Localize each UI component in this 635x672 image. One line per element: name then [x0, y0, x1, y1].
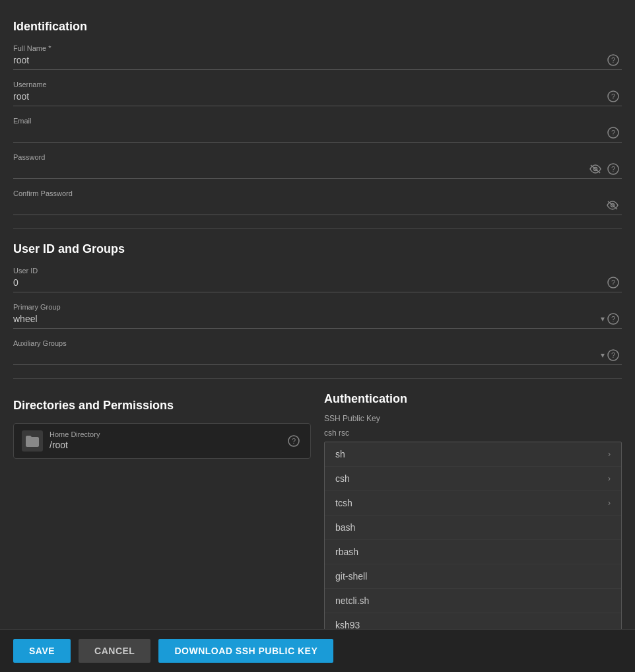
- shell-option-sh[interactable]: sh›: [325, 442, 621, 467]
- svg-text:?: ?: [611, 165, 615, 173]
- shell-option-rbash[interactable]: rbash: [325, 540, 621, 564]
- password-eye-icon[interactable]: [586, 164, 605, 174]
- download-ssh-key-button[interactable]: DOWNLOAD SSH PUBLIC KEY: [158, 639, 333, 663]
- authentication-title: Authentication: [324, 392, 622, 406]
- password-input[interactable]: [13, 162, 586, 176]
- shell-option-tcsh[interactable]: tcsh›: [325, 491, 621, 516]
- user-id-groups-section: User ID and Groups User ID ? Primary Gro…: [13, 242, 622, 365]
- auxiliary-groups-field: Auxiliary Groups ▾ ?: [13, 339, 622, 365]
- primary-group-field: Primary Group ▾ ?: [13, 303, 622, 329]
- action-bar: SAVE CANCEL DOWNLOAD SSH PUBLIC KEY: [0, 629, 635, 672]
- full-name-row: ?: [13, 53, 622, 70]
- primary-group-input[interactable]: [13, 312, 601, 325]
- password-row: ?: [13, 162, 622, 179]
- divider-2: [13, 378, 622, 379]
- identification-section: Identification Full Name * ? Username: [13, 20, 622, 215]
- ssh-public-key-label: SSH Public Key: [324, 414, 622, 423]
- svg-text:?: ?: [611, 92, 615, 100]
- user-id-label: User ID: [13, 267, 622, 275]
- email-help-icon[interactable]: ?: [605, 127, 622, 139]
- primary-group-label: Primary Group: [13, 303, 622, 311]
- username-field: Username ?: [13, 81, 622, 106]
- auxiliary-groups-input[interactable]: [13, 349, 601, 362]
- primary-group-help-icon[interactable]: ?: [605, 313, 622, 325]
- shell-option-git-shell[interactable]: git-shell: [325, 564, 621, 589]
- password-help-icon[interactable]: ?: [605, 163, 622, 175]
- shell-arrow-icon: ›: [608, 450, 611, 459]
- full-name-help-icon[interactable]: ?: [605, 54, 622, 66]
- home-directory-box: Home Directory ?: [13, 423, 311, 459]
- auxiliary-groups-label: Auxiliary Groups: [13, 339, 622, 347]
- folder-icon: [22, 430, 43, 452]
- svg-text:?: ?: [611, 315, 615, 323]
- user-id-field: User ID ?: [13, 267, 622, 292]
- user-id-help-icon[interactable]: ?: [605, 277, 622, 288]
- ssh-key-value: csh rsc: [324, 427, 622, 439]
- shell-arrow-icon: ›: [608, 474, 611, 483]
- auxiliary-groups-help-icon[interactable]: ?: [605, 349, 622, 361]
- shell-option-bash[interactable]: bash: [325, 516, 621, 540]
- shell-option-label: tcsh: [335, 498, 352, 508]
- page-container: Identification Full Name * ? Username: [0, 0, 635, 672]
- password-field: Password ?: [13, 153, 622, 179]
- identification-title: Identification: [13, 20, 622, 34]
- shell-option-label: bash: [335, 522, 355, 533]
- shell-option-csh[interactable]: csh›: [325, 467, 621, 491]
- shell-option-label: csh: [335, 473, 350, 484]
- primary-group-row: ▾ ?: [13, 312, 622, 329]
- email-input[interactable]: [13, 126, 605, 139]
- full-name-label: Full Name *: [13, 44, 622, 52]
- email-row: ?: [13, 126, 622, 143]
- user-id-row: ?: [13, 276, 622, 292]
- auxiliary-groups-row: ▾ ?: [13, 349, 622, 365]
- full-name-field: Full Name * ?: [13, 44, 622, 70]
- email-field: Email ?: [13, 117, 622, 143]
- home-directory-content: Home Directory: [50, 430, 279, 452]
- shell-option-label: sh: [335, 449, 345, 459]
- confirm-password-label: Confirm Password: [13, 189, 622, 197]
- username-row: ?: [13, 90, 622, 106]
- user-id-input[interactable]: [13, 276, 605, 289]
- shell-option-label: netcli.sh: [335, 595, 369, 606]
- home-directory-input[interactable]: [50, 438, 279, 452]
- svg-text:?: ?: [611, 129, 615, 137]
- save-button[interactable]: SAVE: [13, 639, 71, 663]
- confirm-password-row: [13, 199, 622, 215]
- email-label: Email: [13, 117, 622, 125]
- shell-arrow-icon: ›: [608, 498, 611, 508]
- confirm-password-eye-icon[interactable]: [603, 200, 622, 211]
- password-label: Password: [13, 153, 622, 161]
- shell-option-netcli.sh[interactable]: netcli.sh: [325, 589, 621, 613]
- username-input[interactable]: [13, 90, 605, 103]
- username-help-icon[interactable]: ?: [605, 90, 622, 102]
- svg-text:?: ?: [611, 56, 615, 64]
- confirm-password-field: Confirm Password: [13, 189, 622, 215]
- user-id-groups-title: User ID and Groups: [13, 242, 622, 256]
- home-directory-label: Home Directory: [50, 430, 279, 438]
- username-label: Username: [13, 81, 622, 88]
- svg-text:?: ?: [611, 351, 615, 359]
- svg-text:?: ?: [292, 437, 296, 445]
- cancel-button[interactable]: CANCEL: [79, 639, 150, 663]
- confirm-password-input[interactable]: [13, 199, 603, 212]
- home-directory-value: [50, 438, 279, 452]
- directories-title: Directories and Permissions: [13, 399, 311, 413]
- home-directory-help-icon[interactable]: ?: [285, 435, 302, 447]
- divider-1: [13, 228, 622, 229]
- shell-option-label: rbash: [335, 547, 358, 557]
- shell-option-label: git-shell: [335, 571, 367, 582]
- full-name-input[interactable]: [13, 53, 605, 67]
- svg-text:?: ?: [611, 279, 615, 286]
